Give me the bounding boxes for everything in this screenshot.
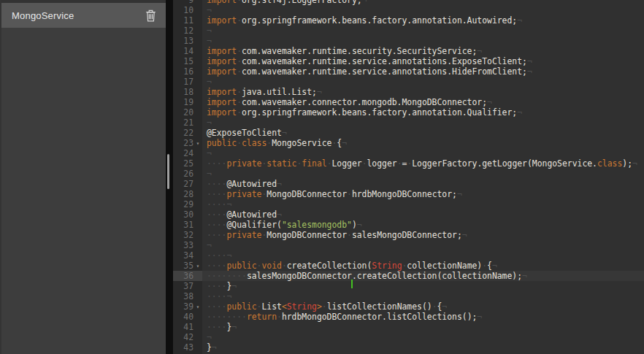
fold-toggle-icon[interactable]: ▾ <box>193 261 202 271</box>
gutter-cell: 15 <box>173 56 202 66</box>
code-line[interactable]: 10¬ <box>173 5 644 15</box>
code-line-text: ····¬ <box>202 250 644 261</box>
code-line[interactable]: 34····¬ <box>173 250 644 261</box>
code-token: java.util.List; <box>242 87 317 97</box>
code-line-text: ····@Autowired¬ <box>202 209 644 220</box>
eol-mark-icon: ¬ <box>462 230 467 240</box>
code-line[interactable]: 14import·com.wavemaker.runtime.security.… <box>173 46 644 56</box>
code-token: collectionName) <box>407 261 482 271</box>
code-token: createCollection( <box>287 261 372 271</box>
code-line[interactable]: 41····}¬ <box>173 322 644 332</box>
code-token: hrdbMongoDBConnector; <box>352 189 457 199</box>
eol-mark-icon: ¬ <box>207 148 212 158</box>
fold-spacer <box>193 342 202 353</box>
code-line[interactable]: 35▾····public·void·createCollection(Stri… <box>173 261 644 271</box>
code-line-text: import·org.slf4j.LoggerFactory;¬ <box>202 0 644 5</box>
code-line[interactable]: 11import·org.springframework.beans.facto… <box>173 15 644 26</box>
code-token: import <box>207 97 237 107</box>
line-number: 19 <box>173 97 193 107</box>
fold-spacer <box>193 36 202 46</box>
code-line-text: @ExposeToClient¬ <box>202 128 644 138</box>
sidebar-item-mongoservice[interactable]: MongoService <box>1 3 166 28</box>
gutter-cell: 23▾ <box>173 138 202 148</box>
whitespace-dot: · <box>212 220 217 230</box>
code-line-text: ····@Qualifier("salesmongodb")¬ <box>202 220 644 230</box>
code-line[interactable]: 42¬ <box>173 332 644 342</box>
code-line[interactable]: 36········salesMongoDBConnector.createCo… <box>173 271 644 281</box>
code-token: LoggerFactory.getLogger(MongoService. <box>412 158 597 169</box>
whitespace-dot: · <box>237 0 242 5</box>
code-token: .createCollection(collectionName); <box>352 271 522 281</box>
gutter-cell: 36 <box>173 271 202 281</box>
code-token: listCollectionNames() <box>327 301 432 312</box>
code-line[interactable]: 19import·com.wavemaker.connector.mongodb… <box>173 97 644 107</box>
code-line[interactable]: 33¬ <box>173 240 644 250</box>
fold-toggle-icon[interactable]: ▾ <box>193 301 202 312</box>
code-token: "salesmongodb" <box>282 220 352 230</box>
code-line[interactable]: 18import·java.util.List;¬ <box>173 87 644 97</box>
eol-mark-icon: ¬ <box>517 107 522 118</box>
whitespace-dot: · <box>217 281 222 291</box>
code-line[interactable]: 39▾····public·List<String>·listCollectio… <box>173 301 644 312</box>
line-number: 35 <box>173 261 193 271</box>
whitespace-dot: · <box>207 261 212 271</box>
fold-toggle-icon[interactable]: ▾ <box>193 138 202 148</box>
eol-mark-icon: ¬ <box>492 261 497 271</box>
code-line[interactable]: 16import·com.wavemaker.runtime.service.a… <box>173 66 644 77</box>
gutter-cell: 24 <box>173 148 202 158</box>
code-token: com.wavemaker.runtime.security.SecurityS… <box>242 46 477 56</box>
gutter-cell: 37 <box>173 281 202 291</box>
code-line-text: import·com.wavemaker.runtime.service.ann… <box>202 66 644 77</box>
eol-mark-icon: ¬ <box>207 118 212 128</box>
fold-spacer <box>193 291 202 301</box>
fold-spacer <box>193 97 202 107</box>
code-line[interactable]: 22@ExposeToClient¬ <box>173 128 644 138</box>
code-line[interactable]: 13¬ <box>173 36 644 46</box>
code-line[interactable]: 29····¬ <box>173 199 644 209</box>
code-line[interactable]: 23▾public·class·MongoService·{¬ <box>173 138 644 148</box>
code-line-text: }¬ <box>202 342 644 353</box>
code-line[interactable]: 32····private·MongoDBConnector·salesMong… <box>173 230 644 240</box>
whitespace-dot: · <box>282 261 287 271</box>
whitespace-dot: · <box>212 322 217 332</box>
code-line[interactable]: 25····private·static·final·Logger·logger… <box>173 158 644 169</box>
line-number: 31 <box>173 220 193 230</box>
code-line[interactable]: 28····private·MongoDBConnector·hrdbMongo… <box>173 189 644 199</box>
code-editor[interactable]: 9import·org.slf4j.LoggerFactory;¬10¬11im… <box>173 0 644 354</box>
code-line[interactable]: 15import·com.wavemaker.runtime.service.a… <box>173 56 644 66</box>
code-line[interactable]: 24¬ <box>173 148 644 158</box>
code-line[interactable]: 20import·org.springframework.beans.facto… <box>173 107 644 118</box>
panel-splitter[interactable] <box>166 0 173 354</box>
fold-spacer <box>193 128 202 138</box>
whitespace-dot: · <box>217 199 222 209</box>
code-line[interactable]: 30····@Autowired¬ <box>173 209 644 220</box>
line-number: 30 <box>173 209 193 220</box>
whitespace-dot: · <box>207 220 212 230</box>
code-line[interactable]: 40········return·hrdbMongoDBConnector.li… <box>173 312 644 322</box>
code-line[interactable]: 17¬ <box>173 77 644 87</box>
code-line[interactable]: 37····}¬ <box>173 281 644 291</box>
code-line[interactable]: 27····@Autowired¬ <box>173 179 644 189</box>
code-token: private <box>226 158 261 169</box>
gutter-cell: 34 <box>173 250 202 261</box>
code-token: MongoDBConnector <box>267 230 347 240</box>
whitespace-dot: · <box>212 271 217 281</box>
code-line[interactable]: 12¬ <box>173 26 644 36</box>
fold-spacer <box>193 322 202 332</box>
code-line[interactable]: 26¬ <box>173 169 644 179</box>
whitespace-dot: · <box>237 107 242 118</box>
gutter-cell: 40 <box>173 312 202 322</box>
gutter-cell: 27 <box>173 179 202 189</box>
whitespace-dot: · <box>207 312 212 322</box>
code-token: return <box>247 312 277 322</box>
code-token: com.wavemaker.connector.mongodb.MongoDBC… <box>242 97 487 107</box>
code-line[interactable]: 43}¬ <box>173 342 644 353</box>
code-line-text: ····@Autowired¬ <box>202 179 644 189</box>
code-line[interactable]: 31····@Qualifier("salesmongodb")¬ <box>173 220 644 230</box>
delete-service-button[interactable] <box>145 9 156 22</box>
fold-spacer <box>193 220 202 230</box>
code-line[interactable]: 9import·org.slf4j.LoggerFactory;¬ <box>173 0 644 5</box>
code-line[interactable]: 21¬ <box>173 118 644 128</box>
splitter-scrollbar-thumb[interactable] <box>167 154 169 189</box>
code-line[interactable]: 38····¬ <box>173 291 644 301</box>
